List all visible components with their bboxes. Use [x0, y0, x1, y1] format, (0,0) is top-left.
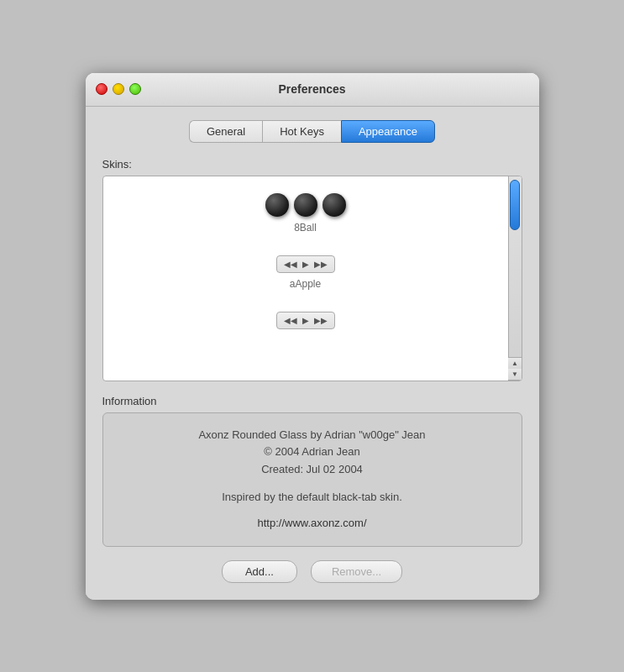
aapple-label: aApple [290, 278, 321, 290]
info-label: Information [102, 395, 522, 407]
rewind-icon: ◀◀ [284, 260, 297, 269]
tab-appearance[interactable]: Appearance [341, 120, 435, 143]
tabs-container: General Hot Keys Appearance [102, 120, 522, 143]
scroll-down-arrow[interactable]: ▼ [508, 369, 522, 381]
play-icon: ▶ [302, 260, 309, 269]
fastforward2-icon: ▶▶ [314, 316, 328, 325]
play2-icon: ▶ [302, 316, 309, 325]
ball-2 [294, 193, 317, 217]
info-section: Information Axonz Rounded Glass by Adria… [102, 395, 522, 547]
info-url-text: http://www.axonz.com/ [117, 515, 508, 533]
preferences-window: Preferences General Hot Keys Appearance … [86, 73, 539, 600]
close-button[interactable] [96, 83, 107, 95]
minimize-button[interactable] [113, 83, 124, 95]
skin-item-aapple[interactable]: ◀◀ ▶ ▶▶ aApple [103, 247, 508, 303]
scroll-thumb[interactable] [510, 180, 520, 230]
ball-1 [265, 193, 289, 217]
titlebar: Preferences [86, 73, 539, 107]
add-button[interactable]: Add... [222, 560, 297, 583]
tab-general[interactable]: General [189, 120, 262, 143]
remove-button[interactable]: Remove... [311, 560, 402, 583]
skin-item-third[interactable]: ◀◀ ▶ ▶▶ [103, 303, 508, 343]
fastforward-icon: ▶▶ [314, 260, 328, 269]
skins-label: Skins: [102, 158, 522, 171]
rewind2-icon: ◀◀ [284, 316, 297, 325]
skin-item-8ball[interactable]: 8Ball [103, 185, 508, 247]
scroll-up-arrow[interactable]: ▲ [508, 357, 522, 369]
traffic-lights [96, 83, 141, 95]
aapple-preview: ◀◀ ▶ ▶▶ [276, 255, 335, 273]
tab-hotkeys[interactable]: Hot Keys [262, 120, 341, 143]
info-inspired-text: Inspired by the default black-tab skin. [117, 489, 508, 507]
maximize-button[interactable] [129, 83, 141, 95]
skins-scrollbar[interactable]: ▲ ▼ [508, 176, 522, 381]
window-content: General Hot Keys Appearance Skins: [86, 107, 539, 600]
info-box: Axonz Rounded Glass by Adrian "w00ge" Je… [102, 412, 522, 547]
8ball-label: 8Ball [294, 222, 317, 234]
8ball-preview [265, 193, 346, 217]
skins-list: 8Ball ◀◀ ▶ ▶▶ aApple ◀◀ [103, 176, 508, 381]
ball-3 [322, 193, 346, 217]
buttons-row: Add... Remove... [102, 560, 522, 583]
skins-section: Skins: 8Ball ◀◀ [102, 158, 522, 381]
window-title: Preferences [278, 82, 345, 96]
info-main-text: Axonz Rounded Glass by Adrian "w00ge" Je… [117, 427, 508, 479]
third-preview: ◀◀ ▶ ▶▶ [276, 312, 335, 329]
skins-box: 8Ball ◀◀ ▶ ▶▶ aApple ◀◀ [102, 176, 522, 381]
